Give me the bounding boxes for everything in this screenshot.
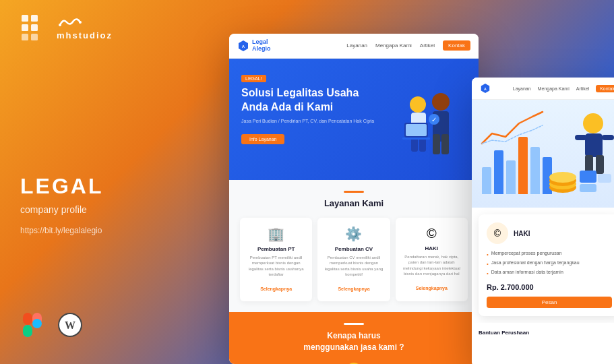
haki-card: © HAKI • Mempercepat proses pengurusan •… xyxy=(479,214,614,316)
service-desc-cv: Pembuatan CV memiliki andil memperkuat b… xyxy=(323,255,384,278)
sec-nav-artikel[interactable]: Artikel xyxy=(576,86,589,91)
svg-rect-40 xyxy=(602,135,614,140)
main-browser: A Legal Alegio Layanan Mengapa Kami Arti… xyxy=(229,34,479,364)
section-divider xyxy=(344,191,364,193)
chart-bar-1 xyxy=(482,167,491,194)
site-logo: A Legal Alegio xyxy=(237,39,271,53)
secondary-hero-illustration xyxy=(543,107,614,208)
svg-text:✓: ✓ xyxy=(431,116,437,123)
svg-rect-39 xyxy=(575,135,587,140)
secondary-nav-links: Layanan Mengapa Kami Artikel Kontak xyxy=(513,85,614,92)
sec-nav-cta-button[interactable]: Kontak xyxy=(596,85,614,92)
hero-badge: LEGAL! xyxy=(241,75,266,82)
svg-text:W: W xyxy=(65,320,75,331)
svg-rect-0 xyxy=(22,15,28,22)
project-url: https://bit.ly/legalalegio xyxy=(20,226,202,235)
haki-bullet-2: • Jasa profesional dengan harga terjangk… xyxy=(487,259,612,268)
secondary-footer-title: Bantuan Perushaan xyxy=(479,330,614,336)
services-title: Layanan Kami xyxy=(240,198,468,208)
svg-point-46 xyxy=(549,172,576,183)
sec-nav-mengapa[interactable]: Mengapa Kami xyxy=(538,86,570,91)
svg-rect-25 xyxy=(441,134,449,154)
service-icon-cv: ⚙️ xyxy=(323,226,384,242)
svg-rect-1 xyxy=(31,15,38,22)
svg-point-7 xyxy=(79,21,82,24)
svg-rect-47 xyxy=(580,171,596,183)
figma-icon xyxy=(20,313,44,337)
hero-cta-button[interactable]: Info Layanan xyxy=(241,134,284,144)
svg-rect-49 xyxy=(598,174,611,183)
haki-bullet-1: • Mempercepat proses pengurusan xyxy=(487,249,612,259)
haki-order-button[interactable]: Pesan xyxy=(487,297,612,308)
service-desc-pt: Pembuatan PT memiliki andil memperkuat b… xyxy=(245,255,307,278)
secondary-browser: A Layanan Mengapa Kami Artikel Kontak xyxy=(472,78,614,364)
service-link-haki[interactable]: Selengkapnya xyxy=(416,286,448,291)
haki-card-title: HAKI xyxy=(514,230,530,237)
secondary-browser-nav: A Layanan Mengapa Kami Artikel Kontak xyxy=(472,78,614,100)
brand-grid-icon xyxy=(20,13,49,42)
svg-rect-12 xyxy=(23,325,32,337)
svg-text:A: A xyxy=(484,87,487,91)
why-illustration xyxy=(327,359,381,364)
chart-bar-3 xyxy=(506,160,516,194)
svg-point-22 xyxy=(432,93,450,111)
wordpress-icon: W xyxy=(58,313,82,337)
svg-rect-27 xyxy=(406,124,427,136)
service-card-cv: ⚙️ Pembuatan CV Pembuatan CV memiliki an… xyxy=(317,218,390,302)
sec-nav-layanan[interactable]: Layanan xyxy=(513,86,531,91)
service-desc-haki: Pendaftaran merek, hak cipta, paten dan … xyxy=(401,254,462,277)
left-panel: mhstudioz LEGAL company profile https://… xyxy=(0,0,222,364)
main-browser-nav: A Legal Alegio Layanan Mengapa Kami Arti… xyxy=(229,34,479,59)
haki-price: Rp. 2.700.000 xyxy=(487,283,612,291)
line-chart xyxy=(479,107,546,147)
hero-section: LEGAL! Solusi Legalitas Usaha Anda Ada d… xyxy=(229,59,479,180)
secondary-footer: Bantuan Perushaan xyxy=(472,323,614,346)
bullet-dot-1: • xyxy=(487,251,489,257)
service-link-cv[interactable]: Selengkapnya xyxy=(338,286,369,291)
svg-text:A: A xyxy=(242,44,245,49)
brand-name-area: mhstudioz xyxy=(57,16,113,40)
nav-link-layanan[interactable]: Layanan xyxy=(346,42,367,49)
service-name-haki: HAKI xyxy=(401,245,462,251)
secondary-site-logo-icon: A xyxy=(480,83,491,94)
svg-rect-3 xyxy=(31,24,38,31)
haki-card-header: © HAKI xyxy=(487,222,612,244)
svg-point-18 xyxy=(410,96,426,113)
svg-rect-4 xyxy=(22,34,28,40)
svg-rect-5 xyxy=(31,34,38,40)
why-title: Kenapa harus menggunakan jasa kami ? xyxy=(240,330,468,353)
svg-point-37 xyxy=(583,113,603,133)
svg-rect-28 xyxy=(402,138,430,140)
service-card-haki: ©️ HAKI Pendaftaran merek, hak cipta, pa… xyxy=(396,218,468,302)
haki-bullet-3: • Data aman informasi data terjamin xyxy=(487,268,612,278)
services-grid: 🏢 Pembuatan PT Pembuatan PT memiliki and… xyxy=(240,218,468,302)
svg-rect-11 xyxy=(32,319,42,328)
main-nav-links: Layanan Mengapa Kami Artikel Kontak xyxy=(346,40,470,51)
svg-rect-38 xyxy=(585,133,603,157)
bullet-dot-3: • xyxy=(487,270,489,276)
project-subtitle: company profile xyxy=(20,204,202,215)
nav-link-mengapa[interactable]: Mengapa Kami xyxy=(375,42,412,49)
service-link-pt[interactable]: Selengkapnya xyxy=(260,286,292,291)
svg-rect-42 xyxy=(596,155,604,174)
service-icon-haki: ©️ xyxy=(401,226,462,241)
project-title: LEGAL xyxy=(20,174,202,199)
chart-bar-5 xyxy=(530,147,540,194)
services-section: Layanan Kami 🏢 Pembuatan PT Pembuatan PT… xyxy=(229,180,479,313)
service-card-pt: 🏢 Pembuatan PT Pembuatan PT memiliki and… xyxy=(240,218,312,302)
nav-cta-button[interactable]: Kontak xyxy=(443,40,470,51)
service-name-pt: Pembuatan PT xyxy=(245,246,307,252)
secondary-hero xyxy=(472,100,614,208)
brand-text: mhstudioz xyxy=(57,30,113,40)
why-section-divider xyxy=(344,323,364,325)
site-logo-text: Legal Alegio xyxy=(252,39,271,53)
haki-icon: © xyxy=(487,222,508,244)
chart-bar-2 xyxy=(494,150,503,194)
svg-rect-24 xyxy=(433,134,440,154)
project-info: LEGAL company profile https://bit.ly/leg… xyxy=(20,120,202,235)
svg-point-6 xyxy=(59,24,61,26)
why-section: Kenapa harus menggunakan jasa kami ? xyxy=(229,312,479,364)
nav-link-artikel[interactable]: Artikel xyxy=(420,42,435,49)
wave-logo-icon xyxy=(57,16,84,30)
logo-area: mhstudioz xyxy=(20,13,202,42)
